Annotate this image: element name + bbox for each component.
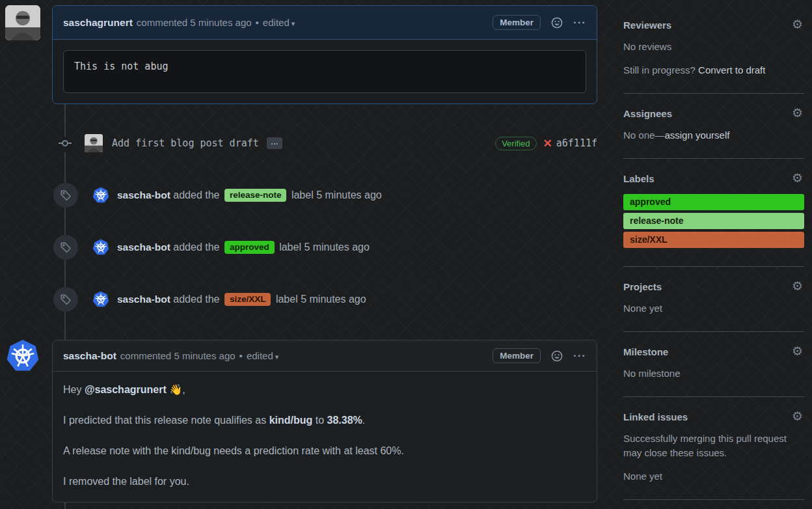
tag-icon (60, 241, 72, 253)
kebab-icon: ··· (573, 16, 586, 29)
sidebar-section-linked-issues: Linked issues ⚙ Successfully merging thi… (623, 397, 804, 500)
commit-message-link[interactable]: Add first blog post draft (112, 137, 259, 149)
gear-icon[interactable]: ⚙ (792, 345, 803, 357)
comment-header: sascha-bot commented 5 minutes ago • edi… (53, 340, 597, 372)
commit-author-avatar[interactable] (85, 134, 103, 152)
event-text: sascha-bot added the size/XXL label 5 mi… (117, 293, 366, 306)
actor-link[interactable]: sascha-bot (117, 189, 170, 200)
sidebar-label-approved[interactable]: approved (623, 194, 804, 210)
gear-icon[interactable]: ⚙ (792, 410, 803, 422)
milestone-empty: No milestone (623, 366, 804, 381)
projects-title: Projects (623, 281, 804, 292)
sascha-bot-avatar[interactable] (92, 239, 109, 256)
code-block: This is not abug (63, 50, 586, 93)
edited-dropdown[interactable]: edited▾ (263, 17, 295, 28)
linked-issues-title: Linked issues (623, 411, 804, 422)
smiley-icon (551, 350, 563, 362)
sidebar-section-assignees: Assignees ⚙ No one—assign yourself (623, 94, 804, 159)
commit-hash-link[interactable]: a6f111f (556, 137, 597, 149)
reviewers-empty: No reviews (623, 40, 804, 54)
labels-title: Labels (623, 173, 804, 184)
wave-emoji: 👋 (167, 384, 182, 395)
paragraph-prediction: I predicted that this release note quali… (63, 413, 586, 428)
paragraph-removed: I removed the label for you. (63, 474, 586, 489)
commit-row: Add first blog post draft … Verified ✕ a… (52, 133, 597, 154)
label-pill[interactable]: size/XXL (224, 293, 271, 306)
assignees-empty: No one—assign yourself (623, 128, 804, 143)
convert-to-draft-link[interactable]: Convert to draft (698, 64, 765, 76)
member-badge: Member (493, 348, 541, 363)
assign-yourself-link[interactable]: assign yourself (664, 130, 729, 141)
label-event-row: sascha-bot added the approved label 5 mi… (52, 234, 597, 260)
reviewers-title: Reviewers (623, 20, 804, 31)
kebab-menu-button[interactable]: ··· (573, 16, 586, 29)
label-event-row: sascha-bot added the release-note label … (52, 182, 597, 208)
comment-sascha-bot: sascha-bot commented 5 minutes ago • edi… (52, 340, 597, 502)
emoji-reaction-button[interactable] (551, 17, 563, 29)
kebab-menu-button[interactable]: ··· (573, 350, 586, 363)
bullet-separator: • (239, 350, 243, 361)
smiley-icon (551, 17, 563, 29)
bullet-separator: • (256, 17, 259, 28)
sidebar-section-labels: Labels ⚙ approved release-note size/XXL (623, 159, 804, 267)
sascha-bot-avatar[interactable] (92, 187, 109, 204)
sidebar: Reviewers ⚙ No reviews Still in progress… (623, 0, 804, 509)
sascha-bot-avatar-large[interactable] (6, 339, 40, 373)
member-badge: Member (493, 15, 541, 30)
label-list: approved release-note size/XXL (623, 194, 804, 248)
paragraph-greeting: Hey @saschagrunert 👋, (63, 382, 586, 398)
comment-body: This is not abug (53, 40, 597, 103)
sascha-bot-avatar[interactable] (92, 291, 109, 308)
tag-icon (60, 294, 72, 305)
comment-saschagrunert: saschagrunert commented 5 minutes ago • … (52, 5, 597, 104)
projects-empty: None yet (623, 301, 804, 316)
sidebar-label-size-xxl[interactable]: size/XXL (623, 232, 804, 248)
sidebar-section-notifications: Notifications Customize (623, 500, 804, 509)
edited-dropdown[interactable]: edited▾ (247, 350, 278, 361)
linked-issues-description: Successfully merging this pull request m… (623, 432, 804, 460)
tag-icon (60, 189, 72, 201)
actor-link[interactable]: sascha-bot (117, 241, 170, 253)
avatar[interactable] (5, 5, 40, 40)
gear-icon[interactable]: ⚙ (792, 280, 803, 292)
sidebar-section-projects: Projects ⚙ None yet (623, 267, 804, 332)
event-text: sascha-bot added the release-note label … (117, 189, 382, 202)
comment-timestamp: commented 5 minutes ago (120, 350, 236, 361)
label-event-row: sascha-bot added the size/XXL label 5 mi… (52, 286, 597, 312)
comment-timestamp: commented 5 minutes ago (137, 17, 252, 28)
sidebar-label-release-note[interactable]: release-note (623, 213, 804, 229)
mention-link[interactable]: @saschagrunert (85, 384, 167, 395)
actor-link[interactable]: sascha-bot (117, 294, 170, 305)
commit-expander-button[interactable]: … (267, 137, 282, 149)
comment-header: saschagrunert commented 5 minutes ago • … (53, 6, 597, 40)
milestone-title: Milestone (623, 346, 804, 357)
label-pill[interactable]: release-note (224, 189, 287, 202)
comment-author-link[interactable]: sascha-bot (63, 350, 116, 362)
person-photo-icon (85, 134, 103, 152)
git-commit-icon (59, 137, 72, 152)
sidebar-section-reviewers: Reviewers ⚙ No reviews Still in progress… (623, 0, 804, 94)
comment-body: Hey @saschagrunert 👋, I predicted that t… (53, 372, 597, 500)
tag-icon-circle (53, 183, 78, 208)
x-failed-check-icon[interactable]: ✕ (543, 137, 552, 150)
gear-icon[interactable]: ⚙ (792, 107, 803, 119)
gear-icon[interactable]: ⚙ (792, 18, 803, 31)
chevron-down-icon: ▾ (275, 353, 279, 361)
sidebar-section-milestone: Milestone ⚙ No milestone (623, 332, 804, 397)
gear-icon[interactable]: ⚙ (792, 172, 803, 184)
label-pill[interactable]: approved (224, 241, 275, 254)
comment-author-link[interactable]: saschagrunert (63, 17, 133, 29)
reviewers-hint: Still in progress? Convert to draft (623, 63, 804, 77)
emoji-reaction-button[interactable] (551, 350, 563, 362)
event-text: sascha-bot added the approved label 5 mi… (117, 241, 370, 254)
assignees-title: Assignees (623, 108, 804, 119)
linked-issues-empty: None yet (623, 469, 804, 484)
paragraph-requirement: A release note with the kind/bug needs a… (63, 443, 586, 459)
tag-icon-circle (53, 287, 78, 312)
kebab-icon: ··· (573, 350, 586, 363)
person-photo-icon (5, 5, 40, 40)
verified-badge[interactable]: Verified (495, 137, 536, 150)
tag-icon-circle (53, 235, 78, 260)
chevron-down-icon: ▾ (291, 20, 295, 27)
